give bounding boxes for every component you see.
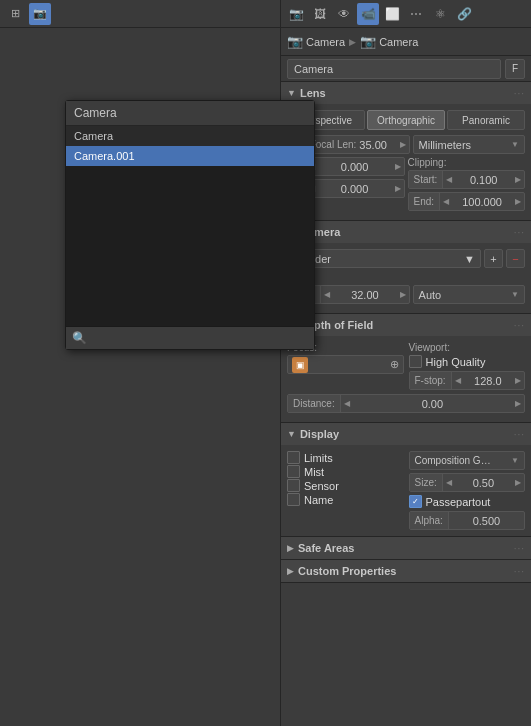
custom-props-header[interactable]: ▶ Custom Properties ··· bbox=[281, 560, 531, 582]
sensor-row: Sensor bbox=[287, 479, 404, 492]
size-unit-dropdown[interactable]: Auto ▼ bbox=[413, 285, 525, 304]
panel-header-row: 📷 Camera ▶ 📷 Camera bbox=[281, 28, 531, 56]
viewport-col: Viewport: High Quality F-stop: ◀ 128.0 ▶ bbox=[409, 342, 526, 390]
safe-areas-section: ▶ Safe Areas ··· bbox=[281, 537, 531, 560]
blender-arrow-icon: ▼ bbox=[464, 253, 475, 265]
clipping-col: Clipping: Start: ◀ 0.100 ▶ End: ◀ 100.00… bbox=[408, 157, 526, 211]
toolbar-icon-render[interactable]: 📷 bbox=[285, 3, 307, 25]
clipping-start-field[interactable]: Start: ◀ 0.100 ▶ bbox=[408, 170, 526, 189]
fstop-right-arrow: ▶ bbox=[512, 376, 524, 385]
camera-section-header[interactable]: ▼ Camera ··· bbox=[281, 221, 531, 243]
fstop-field[interactable]: F-stop: ◀ 128.0 ▶ bbox=[409, 371, 526, 390]
focus-cube-icon: ▣ bbox=[296, 360, 305, 370]
sensor-or-row: or: bbox=[287, 271, 525, 282]
distance-field[interactable]: Distance: ◀ 0.00 ▶ bbox=[287, 394, 525, 413]
start-left-arrow: ◀ bbox=[443, 175, 455, 184]
fstop-value: 128.0 bbox=[464, 375, 512, 387]
composition-dropdown[interactable]: Composition Gui... ▼ bbox=[409, 451, 526, 470]
blender-dropdown[interactable]: Blender ▼ bbox=[287, 249, 481, 268]
popup-search-input[interactable] bbox=[91, 332, 308, 344]
sensor-label: Sensor bbox=[304, 480, 339, 492]
toolbar-icon-physics[interactable]: ⚛ bbox=[429, 3, 451, 25]
breadcrumb-separator: ▶ bbox=[349, 37, 356, 47]
fstop-row: F-stop: ◀ 128.0 ▶ bbox=[409, 371, 526, 390]
camera-name-label: Camera bbox=[294, 63, 333, 75]
safe-areas-title: Safe Areas bbox=[298, 542, 354, 554]
mist-checkbox[interactable] bbox=[287, 465, 300, 478]
custom-props-section: ▶ Custom Properties ··· bbox=[281, 560, 531, 583]
distance-row: Distance: ◀ 0.00 ▶ bbox=[287, 394, 525, 413]
display-right-col: Composition Gui... ▼ Size: ◀ 0.50 ▶ Pass… bbox=[409, 451, 526, 530]
shift-x-value: 0.000 bbox=[318, 161, 392, 173]
shift-y-right-arrow: ▶ bbox=[392, 184, 404, 193]
camera-key-btn[interactable]: F bbox=[505, 59, 525, 79]
viewport-icon-grid[interactable]: ⊞ bbox=[4, 3, 26, 25]
toolbar-icon-view[interactable]: 👁 bbox=[333, 3, 355, 25]
passepartout-checkbox[interactable] bbox=[409, 495, 422, 508]
passepartout-label: Passepartout bbox=[426, 496, 491, 508]
custom-props-header-left: ▶ Custom Properties bbox=[287, 565, 396, 577]
dof-header[interactable]: ▼ Depth of Field ··· bbox=[281, 314, 531, 336]
alpha-label: Alpha: bbox=[410, 512, 449, 529]
end-left-arrow: ◀ bbox=[440, 197, 452, 206]
end-value: 100.000 bbox=[452, 196, 512, 208]
popup-list: Camera Camera.001 bbox=[66, 126, 314, 326]
clipping-end-field[interactable]: End: ◀ 100.000 ▶ bbox=[408, 192, 526, 211]
panel-icons-toolbar: 📷 🖼 👁 📹 ⬜ ⋯ ⚛ 🔗 bbox=[281, 0, 531, 28]
sensor-checkbox[interactable] bbox=[287, 479, 300, 492]
safe-areas-header[interactable]: ▶ Safe Areas ··· bbox=[281, 537, 531, 559]
camera-name-dropdown[interactable]: Camera bbox=[287, 59, 501, 79]
breadcrumb-icon2: 📷 Camera bbox=[360, 34, 418, 49]
viewport-icon-camera[interactable]: 📷 bbox=[29, 3, 51, 25]
display-size-field[interactable]: Size: ◀ 0.50 ▶ bbox=[409, 473, 526, 492]
alpha-field[interactable]: Alpha: 0.500 bbox=[409, 511, 526, 530]
focal-right-arrow: ▶ bbox=[400, 140, 406, 149]
toolbar-icon-object[interactable]: ⬜ bbox=[381, 3, 403, 25]
lens-dots: ··· bbox=[514, 88, 525, 99]
end-right-arrow: ▶ bbox=[512, 197, 524, 206]
passepartout-row: Passepartout bbox=[409, 495, 526, 508]
display-arrow-icon: ▼ bbox=[287, 429, 296, 439]
unit-dropdown[interactable]: Millimeters ▼ bbox=[413, 135, 525, 154]
high-quality-label: High Quality bbox=[426, 356, 486, 368]
focus-object-field[interactable]: ▣ ⊕ bbox=[287, 355, 404, 374]
display-size-value: 0.50 bbox=[455, 477, 512, 489]
camera-remove-btn[interactable]: − bbox=[506, 249, 525, 268]
size-right-arrow: ▶ bbox=[397, 290, 409, 299]
toolbar-icon-camera-active[interactable]: 📹 bbox=[357, 3, 379, 25]
distance-label: Distance: bbox=[288, 395, 341, 412]
lens-header-left: ▼ Lens bbox=[287, 87, 326, 99]
camera-add-btn[interactable]: + bbox=[484, 249, 503, 268]
composition-label: Composition Gui... bbox=[415, 455, 495, 466]
toolbar-icon-particles[interactable]: ⋯ bbox=[405, 3, 427, 25]
viewport-label: Viewport: bbox=[409, 342, 526, 353]
display-header[interactable]: ▼ Display ··· bbox=[281, 423, 531, 445]
tab-panoramic[interactable]: Panoramic bbox=[447, 110, 525, 130]
display-section: ▼ Display ··· Limits Mist bbox=[281, 423, 531, 537]
popup-item-camera001[interactable]: Camera.001 bbox=[66, 146, 314, 166]
custom-props-dots: ··· bbox=[514, 566, 525, 577]
high-quality-checkbox[interactable] bbox=[409, 355, 422, 368]
focus-picker-btn[interactable]: ⊕ bbox=[390, 358, 399, 371]
camera-icon-orange: 📷 bbox=[287, 34, 303, 49]
popup-item-camera[interactable]: Camera bbox=[66, 126, 314, 146]
viewport-toolbar: ⊞ 📷 bbox=[0, 0, 280, 28]
toolbar-icon-output[interactable]: 🖼 bbox=[309, 3, 331, 25]
limits-label: Limits bbox=[304, 452, 333, 464]
name-checkbox[interactable] bbox=[287, 493, 300, 506]
distance-right-arrow: ▶ bbox=[512, 399, 524, 408]
limits-checkbox[interactable] bbox=[287, 451, 300, 464]
display-checkboxes: Limits Mist Sensor Name bbox=[287, 451, 404, 530]
tab-orthographic[interactable]: Orthographic bbox=[367, 110, 445, 130]
clipping-label: Clipping: bbox=[408, 157, 526, 168]
safe-areas-dots: ··· bbox=[514, 543, 525, 554]
start-label: Start: bbox=[409, 171, 444, 188]
lens-arrow-icon: ▼ bbox=[287, 88, 296, 98]
lens-header[interactable]: ▼ Lens ··· bbox=[281, 82, 531, 104]
focal-length-label: Focal Len: bbox=[310, 139, 357, 150]
toolbar-icon-constraints[interactable]: 🔗 bbox=[453, 3, 475, 25]
limits-row: Limits bbox=[287, 451, 404, 464]
shift-y-value: 0.000 bbox=[318, 183, 392, 195]
display-title: Display bbox=[300, 428, 339, 440]
camera-dots: ··· bbox=[514, 227, 525, 238]
